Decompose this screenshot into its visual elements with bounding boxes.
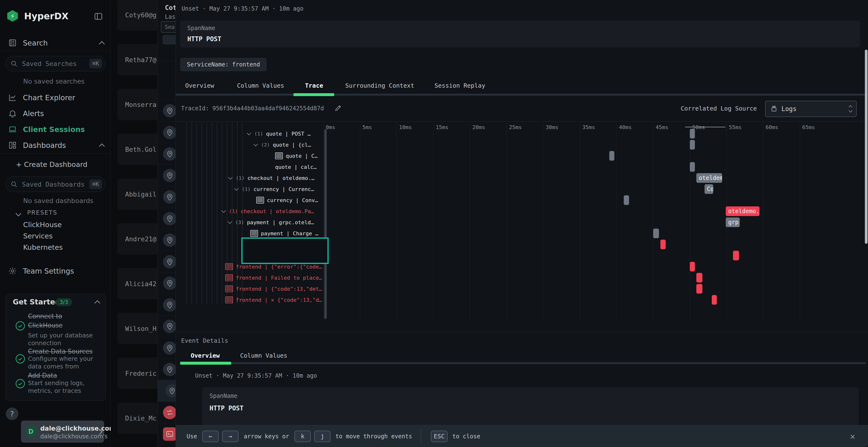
trace-tree-row[interactable]: quote | calc… <box>275 161 317 172</box>
session-event-row[interactable] <box>158 208 176 230</box>
session-card[interactable]: Dixie_Mc <box>117 403 157 434</box>
sidebar-item-kubernetes[interactable]: Kubernetes <box>23 243 63 251</box>
span-duration-bar[interactable] <box>690 162 695 172</box>
session-card[interactable]: Abbigail <box>117 178 157 210</box>
trace-tree-row[interactable]: frontend | Failed to place… <box>225 272 322 283</box>
session-event-row[interactable] <box>158 358 176 380</box>
session-event-row-selected[interactable] <box>158 380 176 402</box>
span-duration-bar[interactable]: grp <box>726 217 740 227</box>
help-button[interactable]: ? <box>6 408 18 420</box>
span-duration-bar[interactable] <box>696 273 702 282</box>
trace-tree-row[interactable]: (1)currency | Currenc… <box>235 183 314 195</box>
user-email: dale@clickhouse.com <box>40 425 116 432</box>
span-name-label: SpanName <box>210 392 238 399</box>
span-duration-bar[interactable]: oteldemo. <box>696 173 722 183</box>
span-duration-bar[interactable] <box>712 295 717 305</box>
sidebar-item-label: Dashboards <box>23 141 66 149</box>
trace-tree-row[interactable]: frontend | {"code":13,"det… <box>225 283 322 294</box>
span-duration-bar[interactable] <box>690 129 695 138</box>
user-account-chip[interactable]: D dale@clickhouse.com dale@clickhouse.co… <box>21 420 104 443</box>
session-event-row[interactable] <box>158 402 176 423</box>
chevron-down-icon[interactable] <box>234 186 239 191</box>
session-event-row[interactable] <box>158 423 176 445</box>
session-event-row[interactable] <box>158 186 176 208</box>
timeline-tick-label: 65ms <box>802 124 815 130</box>
session-card[interactable]: Wilson_H <box>117 313 157 344</box>
chevron-down-icon[interactable] <box>221 208 226 213</box>
session-card[interactable]: Frederic <box>117 358 157 389</box>
session-card[interactable]: Andre21@ <box>117 223 157 254</box>
event-tab-column-values[interactable]: Column Values <box>240 352 287 359</box>
span-duration-bar[interactable]: oteldemo. <box>726 206 760 216</box>
span-duration-bar[interactable] <box>690 262 695 271</box>
footer-divider <box>421 429 421 443</box>
sidebar-item-services[interactable]: Services <box>23 232 53 240</box>
span-duration-bar[interactable] <box>624 195 629 205</box>
sidebar-item-alerts[interactable]: Alerts <box>0 107 111 120</box>
session-card[interactable]: Alicia42 <box>117 268 157 299</box>
sidebar-item-dashboards[interactable]: Dashboards <box>0 138 111 152</box>
session-detail-strip: Cot Las Sea <box>157 0 176 447</box>
trace-tree-row[interactable]: (2)quote | {cl… <box>254 139 311 150</box>
hyperdx-logo-icon: ⚡ <box>7 10 18 22</box>
saved-dashboards-input[interactable]: Saved Dashboards ⌘K <box>5 176 105 192</box>
span-label: quote | calc… <box>275 164 317 170</box>
event-tab-overview[interactable]: Overview <box>191 352 220 359</box>
chevron-down-icon[interactable] <box>253 142 258 146</box>
get-started-title: Get Started <box>13 298 60 306</box>
trace-tree-row[interactable]: quote | C… <box>275 150 317 161</box>
create-dashboard-button[interactable]: + Create Dashboard <box>16 161 87 169</box>
span-duration-bar[interactable]: Co <box>705 184 713 194</box>
session-event-row[interactable] <box>158 272 176 294</box>
span-duration-bar[interactable] <box>733 251 739 260</box>
sidebar-item-client-sessions[interactable]: Client Sessions <box>0 123 111 136</box>
trace-tree-row[interactable]: currency | Conv… <box>256 195 318 206</box>
session-button[interactable] <box>162 35 176 44</box>
trace-tree-row[interactable]: frontend | ✕ {"code":13,"d… <box>225 294 322 305</box>
session-event-row[interactable] <box>158 122 176 143</box>
chevron-up-icon[interactable] <box>94 300 100 306</box>
sidebar-item-search[interactable]: Search <box>0 36 111 49</box>
modal-scrollbar[interactable] <box>865 49 868 244</box>
trace-tree-row[interactable]: (1)quote | POST … <box>247 128 311 139</box>
session-card[interactable]: Coty60@g <box>117 0 157 31</box>
session-card[interactable]: Beth.Gol <box>117 134 157 165</box>
session-user-email: Andre21@ <box>125 235 156 243</box>
bar-label: Co <box>707 186 713 193</box>
session-card[interactable]: Monserra <box>117 89 157 120</box>
saved-searches-input[interactable]: Saved Searches ⌘K <box>5 56 105 71</box>
close-icon[interactable]: ✕ <box>850 431 855 441</box>
session-card[interactable]: Retha77@ <box>117 44 157 75</box>
child-count: (1) <box>229 208 238 214</box>
session-event-row[interactable] <box>158 165 176 186</box>
session-event-row[interactable] <box>158 100 176 122</box>
chevron-down-icon[interactable] <box>228 175 232 179</box>
session-event-row[interactable] <box>158 337 176 359</box>
sidebar-item-chart-explorer[interactable]: Chart Explorer <box>0 91 111 104</box>
session-search-input[interactable]: Sea <box>161 21 176 33</box>
session-event-row[interactable] <box>158 294 176 316</box>
session-event-row[interactable] <box>158 315 176 337</box>
collapse-sidebar-icon[interactable] <box>94 11 103 21</box>
session-event-row[interactable] <box>158 143 176 165</box>
chevron-down-icon[interactable] <box>227 219 232 224</box>
trace-tree-row[interactable]: (3)payment | grpc.oteld… <box>228 217 314 228</box>
tree-scrollbar[interactable] <box>324 129 327 319</box>
span-duration-bar[interactable] <box>653 229 659 238</box>
session-event-row[interactable] <box>158 229 176 251</box>
span-duration-bar[interactable] <box>660 240 665 249</box>
span-name-value: HTTP POST <box>210 405 244 412</box>
sidebar-item-team-settings[interactable]: Team Settings <box>0 264 111 278</box>
session-event-row[interactable] <box>158 251 176 273</box>
chevron-down-icon[interactable] <box>247 131 251 135</box>
trace-tree-row[interactable]: (1)checkout | oteldemo.Pa… <box>222 206 314 217</box>
sidebar: ⚡ HyperDX Search Saved Searches ⌘K No sa… <box>0 0 111 447</box>
timeline-tick-label: 60ms <box>766 124 778 130</box>
span-duration-bar[interactable] <box>609 151 614 161</box>
presets-toggle[interactable]: PRESETS <box>17 210 57 217</box>
span-duration-bar[interactable] <box>696 284 702 294</box>
trace-tree-row[interactable]: (1)checkout | oteldemo.… <box>229 172 314 183</box>
sidebar-item-clickhouse[interactable]: ClickHouse <box>23 220 62 229</box>
get-started-step-title: Add Data <box>28 371 57 380</box>
span-duration-bar[interactable] <box>690 140 695 149</box>
